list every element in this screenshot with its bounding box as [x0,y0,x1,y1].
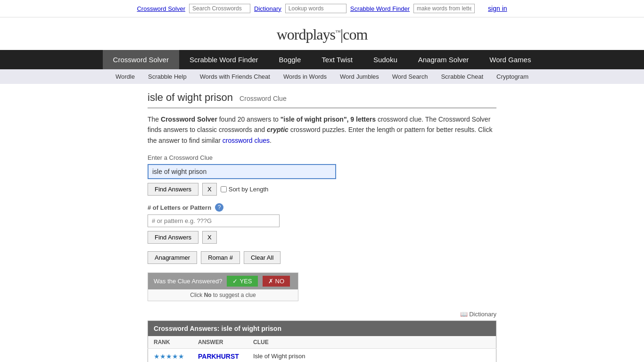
desc-clue-quoted: "isle of wight prison", 9 letters [281,115,376,123]
dictionary-label: Dictionary [469,311,496,318]
subnav-words-in-words[interactable]: Words in Words [277,71,333,82]
logo-text: wordplays [277,26,335,43]
main-content: isle of wight prison Crossword Clue The … [138,84,506,362]
dictionary-row: 📖 Dictionary [148,311,496,318]
desc-app-name: Crossword Solver [161,115,217,123]
description-paragraph: The Crossword Solver found 20 answers to… [148,114,496,146]
nav-scrabble-word-finder[interactable]: Scrabble Word Finder [179,50,269,69]
table-row: ★★★★★ PARKHURST Isle of Wight prison [148,349,496,362]
desc-intro: The [148,115,159,123]
col-header-clue: CLUE [248,336,496,349]
x-icon: ✗ [268,278,273,285]
no-button[interactable]: ✗ NO [263,276,290,287]
top-bar: Crossword Solver Dictionary Scrabble Wor… [0,0,644,17]
yes-label: YES [239,278,252,285]
scrabble-words-input[interactable] [413,4,475,13]
no-label: NO [275,278,285,285]
subnav-cryptogram[interactable]: Cryptogram [490,71,535,82]
pattern-section: # of Letters or Pattern ? Find Answers X [148,203,496,244]
subnav-scrabble-help[interactable]: Scrabble Help [141,71,193,82]
dictionary-icon: 📖 [460,311,468,318]
subnav-wordle[interactable]: Wordle [109,71,141,82]
anagrammer-button[interactable]: Anagrammer [148,251,197,264]
find-answers-button-1[interactable]: Find Answers [148,183,198,196]
subnav-word-jumbles[interactable]: Word Jumbles [333,71,386,82]
column-headers-row: RANK ANSWER CLUE [148,336,496,349]
result-answer-1[interactable]: PARKHURST [192,349,248,362]
desc-end: . [270,137,272,144]
dictionary-toplink[interactable]: Dictionary [254,5,281,12]
help-icon[interactable]: ? [215,203,223,212]
find-answers-button-2[interactable]: Find Answers [148,231,198,244]
scrabble-finder-toplink[interactable]: Scrabble Word Finder [350,5,410,12]
nav-text-twist[interactable]: Text Twist [311,50,363,69]
clue-btn-row: Find Answers X Sort by Length [148,183,496,196]
sub-nav: Wordle Scrabble Help Words with Friends … [0,69,644,84]
answered-header: Was the Clue Answered? ✓ YES ✗ NO [148,273,298,289]
pattern-btn-row: Find Answers X [148,231,496,244]
pattern-input[interactable] [148,214,280,227]
footer-no-link[interactable]: No [204,292,212,298]
crossword-search-input[interactable] [189,4,250,13]
site-logo[interactable]: wordplays™|com [277,26,368,43]
result-clue-1: Isle of Wight prison [248,349,496,362]
results-table-title: Crossword Answers: isle of wight prison [148,321,496,337]
col-header-rank: RANK [148,336,192,349]
footer-prefix: Click [190,292,202,298]
subnav-words-with-friends[interactable]: Words with Friends Cheat [193,71,277,82]
dictionary-lookup-input[interactable] [285,4,347,13]
col-header-answer: ANSWER [192,336,248,349]
clear-clue-button[interactable]: X [202,183,217,196]
clear-all-button[interactable]: Clear All [244,251,281,264]
logo-bar: wordplays™|com [0,17,644,50]
main-nav: Crossword Solver Scrabble Word Finder Bo… [0,50,644,69]
pattern-label: # of Letters or Pattern [148,204,211,211]
nav-word-games[interactable]: Word Games [479,50,541,69]
result-stars-1: ★★★★★ [148,349,192,362]
subnav-scrabble-cheat[interactable]: Scrabble Cheat [434,71,490,82]
nav-boggle[interactable]: Boggle [269,50,312,69]
dictionary-link[interactable]: 📖 Dictionary [460,311,496,318]
nav-sudoku[interactable]: Sudoku [363,50,408,69]
roman-number-button[interactable]: Roman # [201,251,240,264]
results-table-header: Crossword Answers: isle of wight prison [148,321,496,337]
page-title-text: isle of wight prison [148,91,233,103]
answered-question: Was the Clue Answered? [154,278,222,285]
clue-section-label: Enter a Crossword Clue [148,154,496,161]
clear-pattern-button[interactable]: X [202,231,217,244]
checkmark-icon: ✓ [232,278,238,285]
sort-by-length-checkbox[interactable] [221,186,227,192]
results-table: Crossword Answers: isle of wight prison … [148,321,496,362]
clue-label: Crossword Clue [239,95,287,102]
pattern-label-row: # of Letters or Pattern ? [148,203,496,212]
crossword-clues-link[interactable]: crossword clues [223,137,270,144]
sort-label-text: Sort by Length [229,186,269,193]
nav-crossword-solver[interactable]: Crossword Solver [103,50,179,69]
sign-in-link[interactable]: sign in [488,5,507,12]
answered-footer: Click No to suggest a clue [148,289,298,301]
extra-buttons-row: Anagrammer Roman # Clear All [148,251,496,264]
logo-tm: ™ [335,29,340,35]
logo-com: com [343,26,367,43]
desc-cryptic: cryptic [267,126,289,133]
footer-suffix-text: to suggest a clue [213,292,256,298]
sort-by-length-label[interactable]: Sort by Length [221,186,269,193]
page-heading: isle of wight prison Crossword Clue [148,91,496,108]
clue-input[interactable] [148,164,336,179]
desc-found-text: found 20 answers to [219,115,279,123]
nav-anagram-solver[interactable]: Anagram Solver [408,50,479,69]
subnav-word-search[interactable]: Word Search [386,71,435,82]
yes-button[interactable]: ✓ YES [227,276,257,287]
crossword-solver-toplink[interactable]: Crossword Solver [137,5,185,12]
answered-box: Was the Clue Answered? ✓ YES ✗ NO Click … [148,272,298,301]
